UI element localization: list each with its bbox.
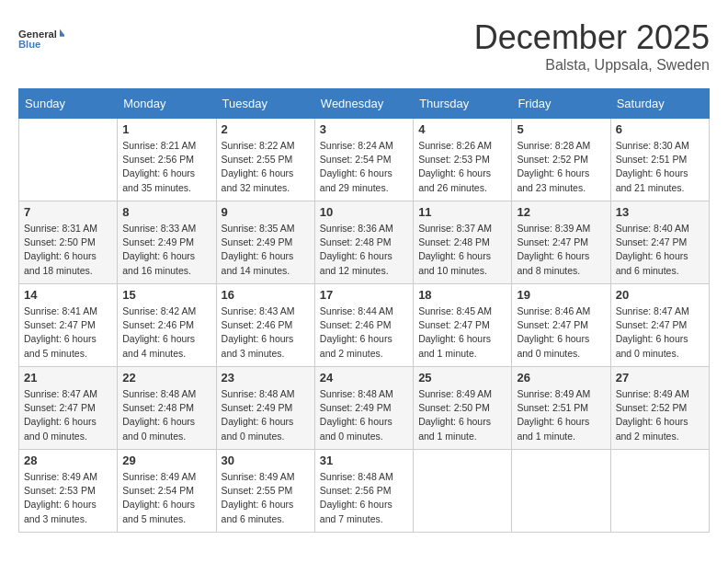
day-number: 10 [320, 205, 408, 219]
calendar-cell [19, 119, 118, 201]
day-info: Sunrise: 8:40 AMSunset: 2:47 PMDaylight:… [616, 222, 704, 278]
day-number: 19 [517, 288, 605, 302]
day-info: Sunrise: 8:21 AMSunset: 2:56 PMDaylight:… [122, 139, 210, 195]
day-info: Sunrise: 8:35 AMSunset: 2:49 PMDaylight:… [222, 222, 310, 278]
day-number: 13 [616, 205, 704, 219]
day-info: Sunrise: 8:31 AMSunset: 2:50 PMDaylight:… [24, 222, 112, 278]
week-row-1: 1Sunrise: 8:21 AMSunset: 2:56 PMDaylight… [19, 119, 710, 201]
day-header-monday: Monday [118, 89, 216, 119]
svg-text:General: General [18, 29, 57, 40]
calendar-cell: 8Sunrise: 8:33 AMSunset: 2:49 PMDaylight… [118, 201, 216, 284]
day-header-friday: Friday [512, 89, 610, 119]
day-info: Sunrise: 8:30 AMSunset: 2:51 PMDaylight:… [616, 139, 704, 195]
day-info: Sunrise: 8:47 AMSunset: 2:47 PMDaylight:… [616, 304, 704, 361]
calendar-cell [610, 450, 709, 533]
day-number: 30 [222, 454, 310, 467]
day-info: Sunrise: 8:49 AMSunset: 2:53 PMDaylight:… [24, 470, 112, 526]
calendar-cell: 14Sunrise: 8:41 AMSunset: 2:47 PMDayligh… [19, 284, 118, 367]
week-row-5: 28Sunrise: 8:49 AMSunset: 2:53 PMDayligh… [19, 450, 710, 533]
day-number: 23 [222, 371, 310, 385]
calendar-cell: 22Sunrise: 8:48 AMSunset: 2:48 PMDayligh… [118, 367, 216, 450]
calendar-cell: 12Sunrise: 8:39 AMSunset: 2:47 PMDayligh… [512, 201, 610, 284]
calendar-cell [414, 450, 512, 533]
calendar-cell: 25Sunrise: 8:49 AMSunset: 2:50 PMDayligh… [414, 367, 512, 450]
day-info: Sunrise: 8:46 AMSunset: 2:47 PMDaylight:… [517, 304, 605, 361]
day-info: Sunrise: 8:42 AMSunset: 2:46 PMDaylight:… [122, 304, 210, 361]
day-info: Sunrise: 8:44 AMSunset: 2:46 PMDaylight:… [320, 304, 408, 361]
calendar-cell: 16Sunrise: 8:43 AMSunset: 2:46 PMDayligh… [216, 284, 314, 367]
calendar-cell: 31Sunrise: 8:48 AMSunset: 2:56 PMDayligh… [314, 450, 413, 533]
calendar-cell: 29Sunrise: 8:49 AMSunset: 2:54 PMDayligh… [118, 450, 216, 533]
day-number: 3 [320, 122, 408, 136]
week-row-3: 14Sunrise: 8:41 AMSunset: 2:47 PMDayligh… [19, 284, 710, 367]
day-number: 24 [320, 371, 408, 385]
day-number: 12 [517, 205, 605, 219]
day-info: Sunrise: 8:39 AMSunset: 2:47 PMDaylight:… [517, 222, 605, 278]
day-info: Sunrise: 8:22 AMSunset: 2:55 PMDaylight:… [222, 139, 310, 195]
week-row-2: 7Sunrise: 8:31 AMSunset: 2:50 PMDaylight… [19, 201, 710, 284]
svg-text:Blue: Blue [18, 39, 40, 50]
logo-svg: General Blue [18, 18, 64, 60]
day-number: 14 [24, 288, 112, 302]
day-info: Sunrise: 8:26 AMSunset: 2:53 PMDaylight:… [418, 139, 506, 195]
calendar-cell: 24Sunrise: 8:48 AMSunset: 2:49 PMDayligh… [314, 367, 413, 450]
day-number: 20 [616, 288, 704, 302]
title-block: December 2025 Balsta, Uppsala, Sweden [474, 18, 710, 74]
day-number: 1 [122, 122, 210, 136]
day-info: Sunrise: 8:33 AMSunset: 2:49 PMDaylight:… [122, 222, 210, 278]
calendar-cell: 10Sunrise: 8:36 AMSunset: 2:48 PMDayligh… [314, 201, 413, 284]
day-header-sunday: Sunday [19, 89, 118, 119]
day-header-wednesday: Wednesday [314, 89, 413, 119]
calendar-cell [512, 450, 610, 533]
day-header-tuesday: Tuesday [216, 89, 314, 119]
logo: General Blue [18, 18, 64, 60]
calendar-cell: 5Sunrise: 8:28 AMSunset: 2:52 PMDaylight… [512, 119, 610, 201]
page-header: General Blue December 2025 Balsta, Uppsa… [18, 18, 710, 74]
day-info: Sunrise: 8:49 AMSunset: 2:50 PMDaylight:… [418, 387, 506, 443]
day-info: Sunrise: 8:48 AMSunset: 2:56 PMDaylight:… [320, 470, 408, 526]
calendar-cell: 21Sunrise: 8:47 AMSunset: 2:47 PMDayligh… [19, 367, 118, 450]
calendar-cell: 2Sunrise: 8:22 AMSunset: 2:55 PMDaylight… [216, 119, 314, 201]
day-info: Sunrise: 8:49 AMSunset: 2:55 PMDaylight:… [222, 470, 310, 526]
week-row-4: 21Sunrise: 8:47 AMSunset: 2:47 PMDayligh… [19, 367, 710, 450]
day-number: 27 [616, 371, 704, 385]
calendar-cell: 30Sunrise: 8:49 AMSunset: 2:55 PMDayligh… [216, 450, 314, 533]
calendar-table: SundayMondayTuesdayWednesdayThursdayFrid… [18, 88, 710, 533]
calendar-cell: 26Sunrise: 8:49 AMSunset: 2:51 PMDayligh… [512, 367, 610, 450]
day-info: Sunrise: 8:49 AMSunset: 2:52 PMDaylight:… [616, 387, 704, 443]
calendar-cell: 28Sunrise: 8:49 AMSunset: 2:53 PMDayligh… [19, 450, 118, 533]
month-title: December 2025 [474, 18, 710, 57]
day-info: Sunrise: 8:28 AMSunset: 2:52 PMDaylight:… [517, 139, 605, 195]
day-number: 21 [24, 371, 112, 385]
day-header-saturday: Saturday [610, 89, 709, 119]
day-info: Sunrise: 8:43 AMSunset: 2:46 PMDaylight:… [222, 304, 310, 361]
location: Balsta, Uppsala, Sweden [474, 57, 710, 74]
day-info: Sunrise: 8:48 AMSunset: 2:49 PMDaylight:… [320, 387, 408, 443]
day-number: 18 [418, 288, 506, 302]
day-number: 17 [320, 288, 408, 302]
day-number: 26 [517, 371, 605, 385]
day-number: 8 [122, 205, 210, 219]
day-number: 6 [616, 122, 704, 136]
calendar-cell: 20Sunrise: 8:47 AMSunset: 2:47 PMDayligh… [610, 284, 709, 367]
day-number: 25 [418, 371, 506, 385]
day-info: Sunrise: 8:41 AMSunset: 2:47 PMDaylight:… [24, 304, 112, 361]
day-info: Sunrise: 8:24 AMSunset: 2:54 PMDaylight:… [320, 139, 408, 195]
calendar-cell: 9Sunrise: 8:35 AMSunset: 2:49 PMDaylight… [216, 201, 314, 284]
day-header-thursday: Thursday [414, 89, 512, 119]
calendar-cell: 17Sunrise: 8:44 AMSunset: 2:46 PMDayligh… [314, 284, 413, 367]
day-number: 2 [222, 122, 310, 136]
calendar-header-row: SundayMondayTuesdayWednesdayThursdayFrid… [19, 89, 710, 119]
day-number: 29 [122, 454, 210, 467]
day-info: Sunrise: 8:49 AMSunset: 2:54 PMDaylight:… [122, 470, 210, 526]
day-info: Sunrise: 8:48 AMSunset: 2:49 PMDaylight:… [222, 387, 310, 443]
calendar-cell: 23Sunrise: 8:48 AMSunset: 2:49 PMDayligh… [216, 367, 314, 450]
calendar-cell: 7Sunrise: 8:31 AMSunset: 2:50 PMDaylight… [19, 201, 118, 284]
day-number: 7 [24, 205, 112, 219]
svg-marker-2 [60, 29, 64, 37]
calendar-cell: 3Sunrise: 8:24 AMSunset: 2:54 PMDaylight… [314, 119, 413, 201]
day-info: Sunrise: 8:36 AMSunset: 2:48 PMDaylight:… [320, 222, 408, 278]
calendar-cell: 19Sunrise: 8:46 AMSunset: 2:47 PMDayligh… [512, 284, 610, 367]
day-number: 4 [418, 122, 506, 136]
day-number: 9 [222, 205, 310, 219]
